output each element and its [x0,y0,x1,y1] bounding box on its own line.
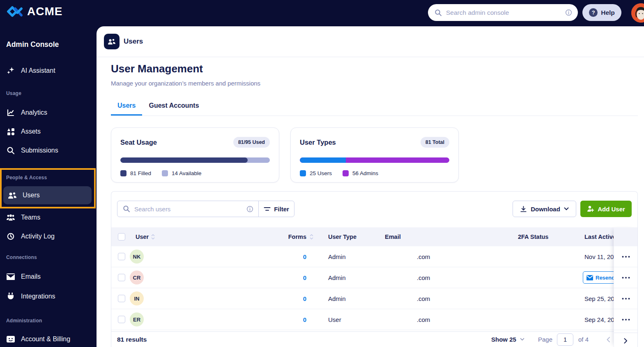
table-row: NK 0 Admin .com Nov 11, 202 [111,246,614,267]
sidebar-item-users[interactable]: Users [3,186,92,204]
sort-icon[interactable] [310,227,313,246]
header-user[interactable]: User [136,227,155,246]
question-icon: ? [589,8,598,17]
help-button[interactable]: ? Help [582,4,621,21]
page-label: Page [538,332,552,347]
user-type-cell: Admin [328,288,346,309]
console-title: Admin Console [0,26,97,50]
logo-text: ACME [27,5,62,18]
page-of-label: of 4 [578,332,589,347]
row-checkbox[interactable] [118,316,125,323]
sidebar-item-ai-assistant[interactable]: AI Assistant [0,62,97,80]
users-search-input[interactable] [134,206,242,213]
user-type-cell: User [328,309,341,330]
search-icon [435,9,442,16]
admin-search-input[interactable] [446,9,561,16]
sidebar-item-integrations[interactable]: Integrations [0,287,97,305]
forms-count-link[interactable]: 0 [267,246,306,267]
seat-usage-card: Seat Usage 81/95 Used 81 Filled 14 Avail… [111,127,279,183]
sidebar-item-emails[interactable]: Emails [0,268,97,286]
section-label-administration: Administration [0,318,97,324]
legend-available: 14 Available [162,170,202,176]
pinned-header-cell [614,227,637,246]
more-actions-button[interactable] [614,267,637,288]
seat-usage-title: Seat Usage [120,139,157,146]
show-per-page-select[interactable]: Show 25 [491,332,524,347]
sparkles-icon [6,67,15,75]
more-actions-button[interactable] [614,288,637,309]
header-forms[interactable]: Forms [267,227,306,246]
row-checkbox[interactable] [118,274,125,281]
page-title: User Management [111,62,203,75]
breadcrumb: Users [124,37,143,46]
legend-users: 25 Users [300,170,332,176]
sidebar-item-activity-log[interactable]: Activity Log [0,227,97,245]
users-icon [8,192,17,199]
tab-users[interactable]: Users [111,97,142,116]
add-user-button[interactable]: Add User [580,201,632,217]
sidebar-item-assets[interactable]: Assets [0,123,97,141]
section-label-people-access: People & Access [2,175,93,181]
more-actions-button[interactable] [614,246,637,267]
user-types-title: User Types [300,139,336,146]
avatar: ER [130,312,144,326]
filter-icon [264,206,271,212]
email-cell: .com [399,246,448,267]
select-all-checkbox[interactable] [118,233,125,241]
users-page-icon [104,34,120,49]
header-user-type: User Type [328,227,356,246]
avatar: NK [130,250,144,264]
resend-invitation-button[interactable]: Resend [583,271,614,284]
download-button[interactable]: Download [513,201,576,217]
info-icon[interactable] [246,206,253,213]
chevron-down-icon [564,207,569,211]
topbar: ACME ? Help [0,0,644,26]
page-number-input[interactable] [557,333,573,346]
user-types-badge: 81 Total [421,137,449,148]
user-types-bar-fill [300,157,346,163]
forms-count-link[interactable]: 0 [267,309,306,330]
sidebar: Admin Console AI Assistant Usage Analyti… [0,26,97,347]
sort-icon [151,234,155,240]
acme-logo[interactable]: ACME [7,5,62,18]
legend-filled-swatch [120,170,126,176]
legend-users-swatch [300,170,306,176]
acme-logo-icon [7,6,23,17]
analytics-icon [6,109,15,117]
last-active-cell: Nov 11, 202 [584,246,614,267]
resend-envelope-icon [586,275,593,280]
assets-icon [6,128,15,136]
next-page-button[interactable] [614,333,637,347]
page-header: Users [97,26,644,57]
avatar: CR [130,271,144,285]
annotation-highlight: People & Access Users [0,168,96,208]
section-label-connections: Connections [0,254,97,261]
legend-available-swatch [162,170,168,176]
search-icon [123,205,130,213]
forms-count-link[interactable]: 0 [267,288,306,309]
row-checkbox[interactable] [118,295,125,302]
user-types-card: User Types 81 Total 25 Users 56 Admins [290,127,459,183]
tab-guest-accounts[interactable]: Guest Accounts [142,97,205,116]
row-checkbox[interactable] [118,253,125,260]
sidebar-item-teams[interactable]: Teams [0,208,97,227]
sidebar-item-account-billing[interactable]: Account & Billing [0,330,97,347]
filter-button[interactable]: Filter [259,201,294,217]
header-last-active: Last Active [584,227,614,246]
table-footer: 81 results Show 25 Page of 4 [111,331,637,347]
plug-icon [6,292,15,301]
users-table: Filter Download [111,191,638,347]
sidebar-item-analytics[interactable]: Analytics [0,104,97,122]
users-search [117,201,259,217]
info-icon[interactable] [565,9,572,16]
header-2fa-status: 2FA Status [518,227,548,246]
section-label-usage: Usage [0,90,97,97]
activity-log-icon [6,232,15,241]
user-avatar[interactable] [631,3,644,23]
forms-count-link[interactable]: 0 [267,267,306,288]
download-icon [520,206,527,213]
sidebar-item-submissions[interactable]: Submissions [0,141,97,160]
previous-page-button[interactable] [604,332,613,347]
legend-admins-swatch [343,170,349,176]
more-actions-button[interactable] [614,309,637,330]
